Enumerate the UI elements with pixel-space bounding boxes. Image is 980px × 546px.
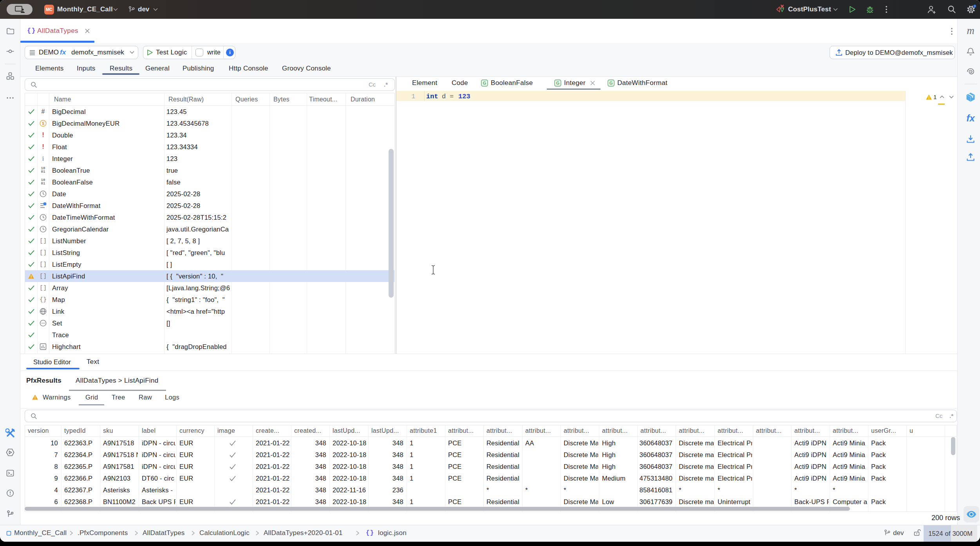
svg-text:G: G — [483, 81, 486, 85]
svg-text:$: $ — [42, 121, 44, 126]
svg-text:G: G — [609, 81, 613, 85]
svg-text:G: G — [556, 81, 560, 85]
